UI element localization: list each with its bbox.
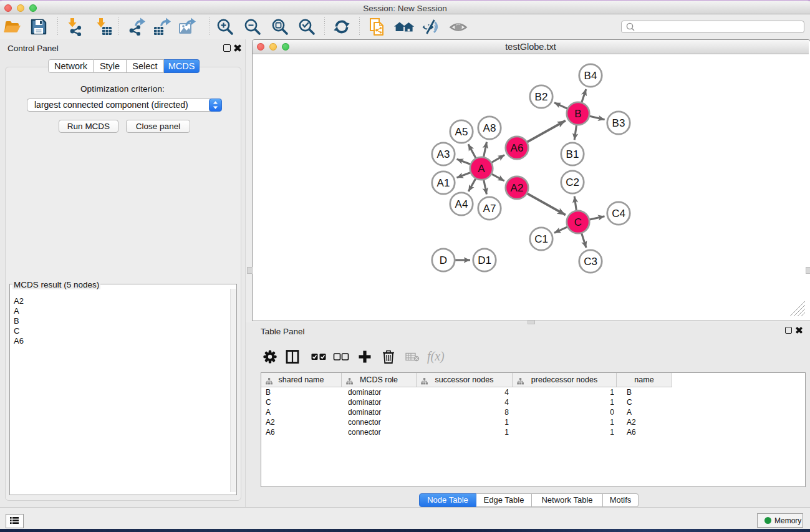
svg-text:C1: C1 [534,233,548,245]
svg-text:A: A [478,163,485,175]
svg-text:C4: C4 [612,208,625,220]
svg-text:A4: A4 [455,198,468,210]
svg-text:A7: A7 [483,203,496,215]
svg-text:A1: A1 [437,177,450,189]
svg-text:B3: B3 [612,117,625,129]
svg-text:C3: C3 [584,256,597,268]
svg-text:C: C [574,216,582,228]
svg-text:B: B [574,108,581,120]
svg-text:A6: A6 [511,142,524,154]
svg-text:D: D [440,254,447,266]
svg-text:B4: B4 [584,70,597,82]
svg-text:D1: D1 [478,254,491,266]
svg-text:B2: B2 [535,91,548,103]
svg-text:A5: A5 [455,126,468,138]
svg-text:C2: C2 [566,177,579,188]
svg-text:B1: B1 [566,148,579,160]
svg-text:A3: A3 [437,148,450,160]
svg-text:A2: A2 [511,182,524,194]
svg-text:A8: A8 [483,122,496,134]
